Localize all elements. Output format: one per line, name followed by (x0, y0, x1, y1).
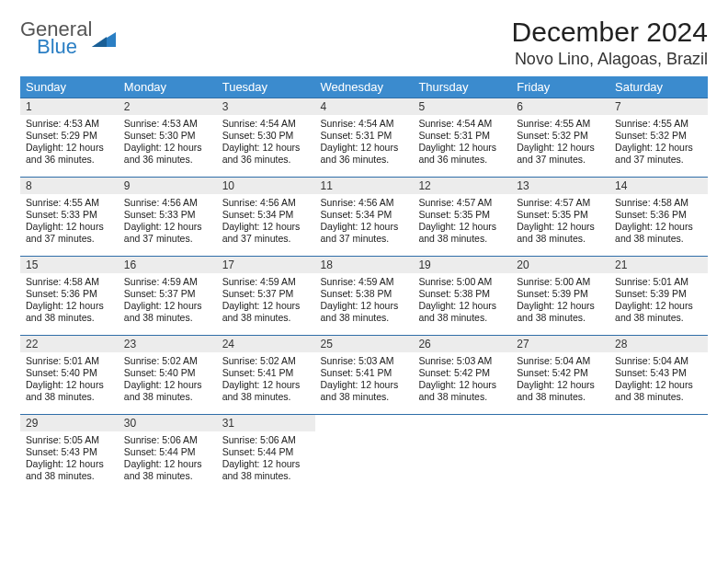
month-title: December 2024 (512, 17, 708, 48)
daylight-line: Daylight: 12 hours and 38 minutes. (517, 221, 604, 245)
daylight-line: Daylight: 12 hours and 37 minutes. (517, 142, 604, 166)
calendar-week-row: 1Sunrise: 4:53 AMSunset: 5:29 PMDaylight… (20, 98, 708, 178)
sunrise-line: Sunrise: 5:00 AM (418, 276, 506, 288)
day-number: 4 (315, 98, 414, 115)
calendar-day-cell: 19Sunrise: 5:00 AMSunset: 5:38 PMDayligh… (413, 257, 511, 336)
day-details: Sunrise: 5:02 AMSunset: 5:40 PMDaylight:… (119, 352, 217, 408)
sunrise-line: Sunrise: 4:58 AM (26, 276, 113, 288)
day-details: Sunrise: 5:03 AMSunset: 5:41 PMDaylight:… (315, 352, 414, 408)
sunset-line: Sunset: 5:37 PM (124, 288, 211, 300)
calendar-day-cell: 30Sunrise: 5:06 AMSunset: 5:44 PMDayligh… (119, 415, 217, 494)
day-details: Sunrise: 4:55 AMSunset: 5:32 PMDaylight:… (511, 115, 609, 170)
weekday-header: Friday (511, 76, 609, 98)
location: Novo Lino, Alagoas, Brazil (512, 50, 708, 69)
day-number: 6 (511, 98, 609, 115)
daylight-line: Daylight: 12 hours and 38 minutes. (124, 379, 211, 403)
calendar-day-cell: 17Sunrise: 4:59 AMSunset: 5:37 PMDayligh… (217, 257, 315, 336)
calendar-day-cell: 12Sunrise: 4:57 AMSunset: 5:35 PMDayligh… (413, 178, 511, 257)
calendar-day-cell: 8Sunrise: 4:55 AMSunset: 5:33 PMDaylight… (20, 178, 119, 257)
calendar-day-cell: .. (315, 415, 414, 494)
sunrise-line: Sunrise: 5:04 AM (517, 355, 604, 367)
day-details: Sunrise: 4:56 AMSunset: 5:34 PMDaylight:… (315, 194, 414, 249)
day-details: Sunrise: 4:57 AMSunset: 5:35 PMDaylight:… (511, 194, 609, 249)
day-number: 3 (217, 98, 315, 115)
calendar-day-cell: 14Sunrise: 4:58 AMSunset: 5:36 PMDayligh… (609, 178, 708, 257)
weekday-header: Thursday (413, 76, 511, 98)
daylight-line: Daylight: 12 hours and 38 minutes. (418, 300, 506, 324)
weekday-header-row: SundayMondayTuesdayWednesdayThursdayFrid… (20, 76, 708, 98)
calendar-week-row: 29Sunrise: 5:05 AMSunset: 5:43 PMDayligh… (20, 415, 708, 494)
sunset-line: Sunset: 5:31 PM (321, 130, 408, 142)
calendar-day-cell: 20Sunrise: 5:00 AMSunset: 5:39 PMDayligh… (511, 257, 609, 336)
calendar-day-cell: 13Sunrise: 4:57 AMSunset: 5:35 PMDayligh… (511, 178, 609, 257)
logo: General Blue (20, 20, 116, 57)
day-number: 2 (119, 98, 217, 115)
sunset-line: Sunset: 5:42 PM (418, 367, 506, 379)
sunset-line: Sunset: 5:32 PM (615, 130, 702, 142)
day-number: 30 (119, 415, 217, 431)
sunset-line: Sunset: 5:35 PM (517, 209, 604, 221)
day-details: Sunrise: 5:05 AMSunset: 5:43 PMDaylight:… (20, 431, 119, 487)
calendar-week-row: 22Sunrise: 5:01 AMSunset: 5:40 PMDayligh… (20, 336, 708, 415)
calendar-day-cell: 16Sunrise: 4:59 AMSunset: 5:37 PMDayligh… (119, 257, 217, 336)
daylight-line: Daylight: 12 hours and 38 minutes. (418, 221, 506, 245)
calendar-day-cell: 2Sunrise: 4:53 AMSunset: 5:30 PMDaylight… (119, 98, 217, 178)
sunset-line: Sunset: 5:36 PM (615, 209, 702, 221)
daylight-line: Daylight: 12 hours and 38 minutes. (517, 379, 604, 403)
day-details: Sunrise: 5:06 AMSunset: 5:44 PMDaylight:… (217, 431, 315, 487)
logo-text: General Blue (20, 20, 92, 57)
day-number: 5 (413, 98, 511, 115)
day-number: 22 (20, 336, 119, 352)
daylight-line: Daylight: 12 hours and 37 minutes. (321, 221, 408, 245)
sunrise-line: Sunrise: 4:54 AM (418, 118, 506, 130)
sunrise-line: Sunrise: 5:00 AM (517, 276, 604, 288)
calendar-day-cell: 31Sunrise: 5:06 AMSunset: 5:44 PMDayligh… (217, 415, 315, 494)
daylight-line: Daylight: 12 hours and 36 minutes. (124, 142, 211, 166)
calendar-day-cell: 18Sunrise: 4:59 AMSunset: 5:38 PMDayligh… (315, 257, 414, 336)
sunset-line: Sunset: 5:34 PM (222, 209, 310, 221)
day-details: Sunrise: 4:55 AMSunset: 5:33 PMDaylight:… (20, 194, 119, 249)
sunset-line: Sunset: 5:30 PM (222, 130, 310, 142)
sunset-line: Sunset: 5:33 PM (26, 209, 113, 221)
daylight-line: Daylight: 12 hours and 38 minutes. (615, 221, 702, 245)
day-number: 31 (217, 415, 315, 431)
sunset-line: Sunset: 5:37 PM (222, 288, 310, 300)
day-details: Sunrise: 4:55 AMSunset: 5:32 PMDaylight:… (609, 115, 708, 170)
day-details: Sunrise: 5:03 AMSunset: 5:42 PMDaylight:… (413, 352, 511, 408)
day-details: Sunrise: 5:04 AMSunset: 5:42 PMDaylight:… (511, 352, 609, 408)
sunset-line: Sunset: 5:43 PM (26, 446, 113, 458)
sunrise-line: Sunrise: 4:53 AM (26, 118, 113, 130)
sunrise-line: Sunrise: 5:02 AM (124, 355, 211, 367)
sunrise-line: Sunrise: 4:55 AM (615, 118, 702, 130)
logo-triangle-icon (92, 30, 116, 49)
daylight-line: Daylight: 12 hours and 38 minutes. (124, 300, 211, 324)
day-details: Sunrise: 4:56 AMSunset: 5:34 PMDaylight:… (217, 194, 315, 249)
sunrise-line: Sunrise: 5:01 AM (615, 276, 702, 288)
daylight-line: Daylight: 12 hours and 38 minutes. (222, 300, 310, 324)
calendar-day-cell: 6Sunrise: 4:55 AMSunset: 5:32 PMDaylight… (511, 98, 609, 178)
day-number: 12 (413, 178, 511, 194)
day-details: Sunrise: 4:59 AMSunset: 5:38 PMDaylight:… (315, 273, 414, 328)
calendar-day-cell: 4Sunrise: 4:54 AMSunset: 5:31 PMDaylight… (315, 98, 414, 178)
sunset-line: Sunset: 5:41 PM (321, 367, 408, 379)
calendar-table: SundayMondayTuesdayWednesdayThursdayFrid… (20, 76, 708, 494)
day-number: 27 (511, 336, 609, 352)
calendar-day-cell: 26Sunrise: 5:03 AMSunset: 5:42 PMDayligh… (413, 336, 511, 415)
sunset-line: Sunset: 5:34 PM (321, 209, 408, 221)
calendar-day-cell: 25Sunrise: 5:03 AMSunset: 5:41 PMDayligh… (315, 336, 414, 415)
daylight-line: Daylight: 12 hours and 38 minutes. (615, 300, 702, 324)
day-details: Sunrise: 4:53 AMSunset: 5:30 PMDaylight:… (119, 115, 217, 170)
day-details: Sunrise: 4:54 AMSunset: 5:31 PMDaylight:… (315, 115, 414, 170)
calendar-day-cell: 15Sunrise: 4:58 AMSunset: 5:36 PMDayligh… (20, 257, 119, 336)
sunset-line: Sunset: 5:42 PM (517, 367, 604, 379)
calendar-day-cell: 29Sunrise: 5:05 AMSunset: 5:43 PMDayligh… (20, 415, 119, 494)
calendar-day-cell: 9Sunrise: 4:56 AMSunset: 5:33 PMDaylight… (119, 178, 217, 257)
sunrise-line: Sunrise: 4:59 AM (124, 276, 211, 288)
daylight-line: Daylight: 12 hours and 38 minutes. (517, 300, 604, 324)
calendar-day-cell: .. (413, 415, 511, 494)
day-number: 23 (119, 336, 217, 352)
weekday-header: Sunday (20, 76, 119, 98)
sunrise-line: Sunrise: 4:53 AM (124, 118, 211, 130)
sunset-line: Sunset: 5:39 PM (615, 288, 702, 300)
daylight-line: Daylight: 12 hours and 37 minutes. (222, 221, 310, 245)
